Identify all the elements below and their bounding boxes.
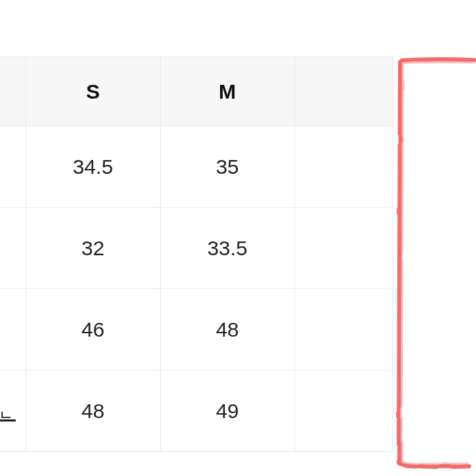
cell-extra [295,126,393,208]
cell-s: 34.5 [26,126,160,208]
row-label [0,289,26,370]
cell-extra [295,370,393,452]
cell-extra [295,289,393,370]
header-size-extra [295,57,393,126]
cell-m: 49 [160,370,295,452]
size-chart-crop: S M 34.5 35 32 33.5 46 48 [0,0,476,476]
cell-s: 46 [26,289,160,370]
table-row: 32 33.5 [0,208,393,289]
row-label: ᅧᆫ [0,370,26,452]
table-header-row: S M [0,57,393,126]
row-label [0,126,26,208]
header-size-s: S [26,57,160,126]
hand-drawn-highlight [393,55,476,469]
table-row: 46 48 [0,289,393,370]
table-row: ᅧᆫ 48 49 [0,370,393,452]
row-label-text: ᅧᆫ [0,399,26,423]
cell-s: 48 [26,370,160,452]
cell-s: 32 [26,208,160,289]
cell-m: 35 [160,126,295,208]
cell-m: 48 [160,289,295,370]
size-table: S M 34.5 35 32 33.5 46 48 [0,57,393,452]
table-row: 34.5 35 [0,126,393,208]
row-label [0,208,26,289]
cell-m: 33.5 [160,208,295,289]
header-blank [0,57,26,126]
header-size-m: M [160,57,295,126]
cell-extra [295,208,393,289]
